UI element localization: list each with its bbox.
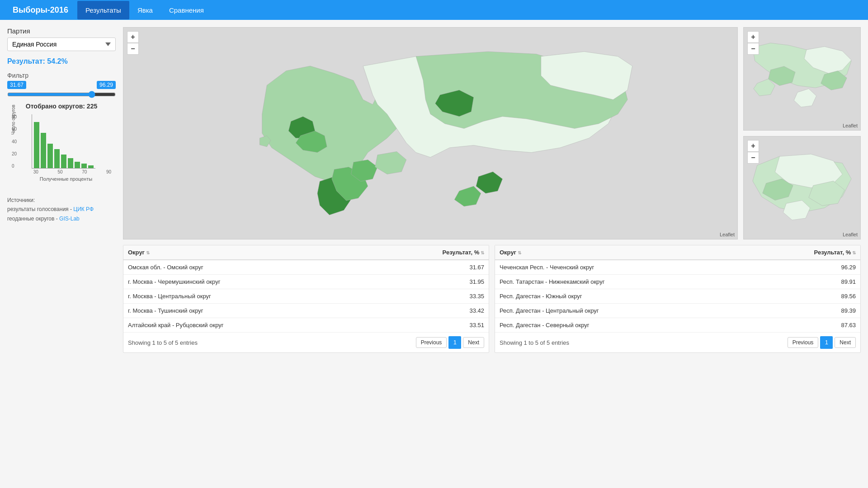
bar-9: [88, 165, 94, 168]
cik-link[interactable]: ЦИК РФ: [73, 206, 94, 212]
result-cell: 89.56: [748, 289, 860, 304]
party-select[interactable]: Единая Россия КПРФ ЛДПР Справедливая Рос…: [7, 38, 116, 51]
nav-tabs: Результаты Явка Сравнения: [77, 1, 212, 19]
left-table-section: Округ Результат, % Омская обл. - Омский …: [123, 245, 489, 353]
histogram-bars: [32, 114, 95, 169]
left-prev-button[interactable]: Previous: [416, 337, 447, 348]
gislab-link[interactable]: GIS-Lab: [59, 216, 80, 222]
main-map[interactable]: + −: [123, 27, 738, 239]
filter-label: Фильтр: [7, 72, 116, 79]
bar-8: [81, 164, 87, 168]
far-east-svg: [744, 28, 860, 130]
table-row: г. Москва - Тушинский округ 33.42: [123, 304, 489, 318]
result-cell: 33.51: [369, 318, 489, 333]
main-map-controls: + −: [127, 31, 139, 55]
small-zoom-out-bottom[interactable]: −: [747, 152, 759, 164]
sidebar: Партия Единая Россия КПРФ ЛДПР Справедли…: [7, 27, 116, 353]
x-label-90: 90: [106, 169, 111, 174]
small-map-bottom-controls: + −: [747, 140, 759, 164]
district-cell: г. Москва - Черемушкинский округ: [123, 275, 369, 289]
district-cell: Алтайский край - Рубцовский округ: [123, 318, 369, 333]
app-title: Выборы-2016: [7, 5, 74, 15]
result-cell: 31.67: [369, 260, 489, 275]
x-axis-title: Полученные проценты: [12, 176, 120, 182]
x-label-30: 30: [33, 169, 38, 174]
district-cell: Омская обл. - Омский округ: [123, 260, 369, 275]
left-next-button[interactable]: Next: [463, 337, 484, 348]
x-label-70: 70: [82, 169, 87, 174]
right-pagination: Showing 1 to 5 of 5 entries Previous 1 N…: [495, 332, 860, 352]
table-row: Респ. Дагестан - Северный округ 87.63: [495, 318, 860, 333]
bar-3: [47, 144, 53, 168]
main-container: Партия Единая Россия КПРФ ЛДПР Справедли…: [0, 20, 868, 360]
table-row: Респ. Дагестан - Центральный округ 89.39: [495, 304, 860, 318]
small-zoom-in-bottom[interactable]: +: [747, 140, 759, 152]
bar-4: [54, 149, 60, 168]
left-col-district[interactable]: Округ: [123, 245, 369, 260]
left-table-body: Омская обл. - Омский округ 31.67 г. Моск…: [123, 260, 489, 332]
zoom-out-button[interactable]: −: [127, 43, 139, 55]
small-map-bottom[interactable]: + − Leaflet: [743, 136, 861, 239]
range-max: 96.29: [97, 81, 116, 89]
table-row: г. Москва - Центральный округ 33.35: [123, 289, 489, 304]
bar-1: [34, 122, 39, 168]
small-zoom-out-top[interactable]: −: [747, 43, 759, 55]
tables-row: Округ Результат, % Омская обл. - Омский …: [123, 245, 861, 353]
bar-2: [41, 133, 46, 168]
left-showing-text: Showing 1 to 5 of 5 entries: [128, 339, 198, 346]
result-cell: 33.42: [369, 304, 489, 318]
right-next-button[interactable]: Next: [835, 337, 856, 348]
leaflet-attribution-top: Leaflet: [843, 123, 858, 128]
left-page-num[interactable]: 1: [448, 336, 461, 349]
result-cell: 33.35: [369, 289, 489, 304]
right-col-result[interactable]: Результат, %: [748, 245, 860, 260]
small-map-top[interactable]: + − Leaflet: [743, 27, 861, 131]
sources-section: Источники: результаты голосования - ЦИК …: [7, 196, 116, 223]
sources-label: Источники:: [7, 197, 35, 203]
table-row: Алтайский край - Рубцовский округ 33.51: [123, 318, 489, 333]
small-zoom-in-top[interactable]: +: [747, 31, 759, 43]
table-row: Респ. Татарстан - Нижнекамский округ 89.…: [495, 275, 860, 289]
left-table: Округ Результат, % Омская обл. - Омский …: [123, 245, 489, 332]
y-label-0: 0: [12, 164, 17, 169]
table-row: Чеченская Респ. - Чеченский округ 96.29: [495, 260, 860, 275]
right-pagination-controls: Previous 1 Next: [788, 336, 856, 349]
result-cell: 87.63: [748, 318, 860, 333]
selected-count: Отобрано округов: 225: [7, 103, 116, 110]
leaflet-attribution-main: Leaflet: [720, 232, 735, 237]
small-maps-column: + − Leaflet: [743, 27, 861, 239]
tab-results[interactable]: Результаты: [77, 1, 129, 19]
y-label-40: 40: [12, 139, 17, 144]
district-cell: Респ. Дагестан - Центральный округ: [495, 304, 748, 318]
table-row: Респ. Дагестан - Южный округ 89.56: [495, 289, 860, 304]
district-cell: Респ. Дагестан - Северный округ: [495, 318, 748, 333]
district-cell: Респ. Татарстан - Нижнекамский округ: [495, 275, 748, 289]
filter-slider[interactable]: [7, 91, 116, 98]
bar-7: [75, 162, 80, 168]
bar-6: [68, 158, 73, 168]
content-area: + −: [123, 27, 861, 353]
right-table-section: Округ Результат, % Чеченская Респ. - Чеч…: [495, 245, 861, 353]
range-min: 31.67: [7, 81, 26, 89]
party-label: Партия: [7, 27, 116, 35]
x-label-50: 50: [58, 169, 63, 174]
result-cell: 89.91: [748, 275, 860, 289]
tab-turnout[interactable]: Явка: [129, 1, 161, 19]
right-table: Округ Результат, % Чеченская Респ. - Чеч…: [495, 245, 860, 332]
left-pagination-controls: Previous 1 Next: [416, 336, 484, 349]
right-table-body: Чеченская Респ. - Чеченский округ 96.29 …: [495, 260, 860, 332]
right-showing-text: Showing 1 to 5 of 5 entries: [500, 339, 569, 346]
x-labels: 30 50 70 90: [24, 169, 120, 174]
maps-row: + −: [123, 27, 861, 239]
right-prev-button[interactable]: Previous: [788, 337, 819, 348]
zoom-in-button[interactable]: +: [127, 31, 139, 43]
histogram: Число округов 80 60 40 20 0: [12, 114, 120, 187]
header: Выборы-2016 Результаты Явка Сравнения: [0, 0, 868, 20]
right-page-num[interactable]: 1: [820, 336, 833, 349]
right-col-district[interactable]: Округ: [495, 245, 748, 260]
bar-5: [61, 155, 66, 168]
tab-comparison[interactable]: Сравнения: [161, 1, 212, 19]
y-label-20: 20: [12, 151, 17, 156]
y-axis-title: Число округов: [11, 105, 16, 135]
left-col-result[interactable]: Результат, %: [369, 245, 489, 260]
